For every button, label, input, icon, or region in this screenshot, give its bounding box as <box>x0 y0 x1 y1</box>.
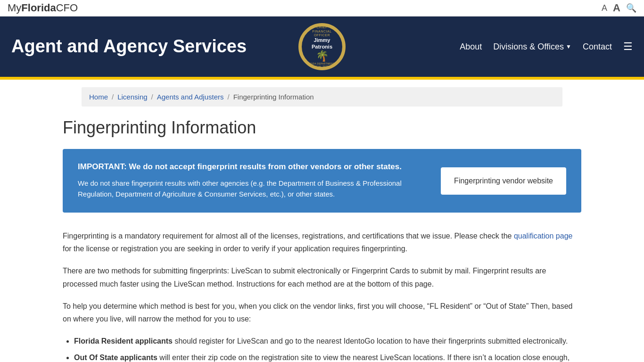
search-icon[interactable]: 🔍 <box>626 3 636 13</box>
breadcrumb-sep-3: / <box>228 93 230 101</box>
logo-inner: CHIEFFINANCIALOFFICER JimmyPatronis 🌴 FL… <box>300 25 344 68</box>
site-title-suffix: CFO <box>56 2 78 14</box>
logo: CHIEFFINANCIALOFFICER JimmyPatronis 🌴 FL… <box>298 23 346 70</box>
utility-bar: MyFloridaCFO A A 🔍 <box>0 0 644 16</box>
breadcrumb-agents[interactable]: Agents and Adjusters <box>157 93 224 101</box>
header-nav: About Divisions & Offices ▼ Contact ☰ <box>460 41 633 53</box>
list-item: Florida Resident applicants should regis… <box>74 335 581 347</box>
logo-name: JimmyPatronis <box>312 37 332 49</box>
page-title: Fingerprinting Information <box>63 118 581 138</box>
list-item-2-bold: Out Of State applicants <box>74 354 157 362</box>
nav-divisions-label: Divisions & Offices <box>493 42 564 52</box>
main-header: Agent and Agency Services CHIEFFINANCIAL… <box>0 16 644 77</box>
site-title-prefix: My <box>8 2 21 14</box>
dropdown-arrow-icon: ▼ <box>566 43 571 50</box>
logo-text-bottom: FLORIDA DEPARTMENT OFFINANCIAL SERVICES <box>305 62 339 68</box>
info-box-text: IMPORTANT: We do not accept fingerprint … <box>78 162 422 199</box>
p1-text-before: Fingerprinting is a mandatory requiremen… <box>63 232 514 240</box>
breadcrumb-container: Home / Licensing / Agents and Adjusters … <box>82 87 562 107</box>
breadcrumb-current: Fingerprinting Information <box>233 93 314 101</box>
breadcrumb-sep-1: / <box>112 93 114 101</box>
nav-contact[interactable]: Contact <box>583 42 612 52</box>
paragraph-2: There are two methods for submitting fin… <box>63 264 581 290</box>
logo-circle: CHIEFFINANCIALOFFICER JimmyPatronis 🌴 FL… <box>298 23 346 70</box>
list-item: Out Of State applicants will enter their… <box>74 351 581 362</box>
breadcrumb: Home / Licensing / Agents and Adjusters … <box>89 93 555 101</box>
list-item-1-text: should register for LiveScan and go to t… <box>173 337 568 345</box>
p1-text-after: for the license or registration you are … <box>63 245 407 253</box>
bullet-list: Florida Resident applicants should regis… <box>74 335 581 362</box>
site-title-bold: Florida <box>21 2 56 14</box>
qualification-page-link[interactable]: qualification page <box>514 232 573 240</box>
vendor-website-button[interactable]: Fingerprinting vendor website <box>441 167 566 195</box>
accent-bar <box>0 77 644 80</box>
font-size-small-icon[interactable]: A <box>602 3 607 13</box>
breadcrumb-sep-2: / <box>151 93 153 101</box>
paragraph-1: Fingerprinting is a mandatory requiremen… <box>63 230 581 255</box>
logo-state-symbol: 🌴 <box>316 50 329 62</box>
site-title[interactable]: MyFloridaCFO <box>8 2 78 14</box>
info-box-detail: We do not share fingerprint results with… <box>78 178 422 199</box>
breadcrumb-home[interactable]: Home <box>89 93 108 101</box>
header-title: Agent and Agency Services <box>11 37 247 57</box>
utility-icons: A A 🔍 <box>602 2 636 14</box>
logo-text-top: CHIEFFINANCIALOFFICER <box>312 25 331 37</box>
info-box-important: IMPORTANT: We do not accept fingerprint … <box>78 162 422 172</box>
font-size-large-icon[interactable]: A <box>613 2 620 14</box>
nav-about[interactable]: About <box>460 42 482 52</box>
page-content: Home / Licensing / Agents and Adjusters … <box>44 87 600 362</box>
paragraph-3: To help you determine which method is be… <box>63 300 581 325</box>
list-item-1-bold: Florida Resident applicants <box>74 337 173 345</box>
nav-menu-icon[interactable]: ☰ <box>623 41 633 53</box>
info-box: IMPORTANT: We do not accept fingerprint … <box>63 149 581 213</box>
nav-divisions[interactable]: Divisions & Offices ▼ <box>493 42 571 52</box>
breadcrumb-licensing[interactable]: Licensing <box>117 93 147 101</box>
